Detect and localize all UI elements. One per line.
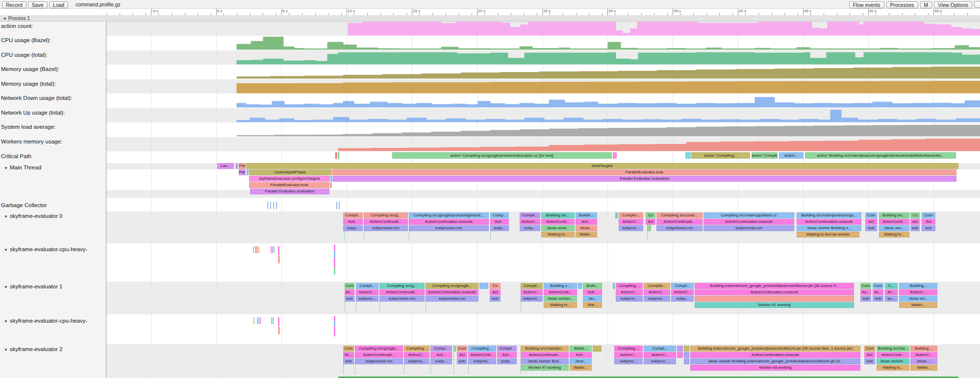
cpu-heavy-tick[interactable] bbox=[334, 258, 335, 267]
evaluator-bar-actionc-[interactable]: ActionC... bbox=[521, 289, 543, 295]
evaluator-bar-javac-worker-[interactable]: Javac worker... bbox=[544, 296, 577, 302]
evaluator-bar-waiting-to-[interactable]: Waiting to... bbox=[879, 232, 909, 237]
main-thread-bar-runanalysisphase[interactable]: runAnalysisPhase bbox=[249, 169, 331, 175]
evaluator-bar[interactable] bbox=[578, 283, 582, 289]
evaluator-bar-waitin-[interactable]: Waitin... bbox=[576, 232, 597, 237]
counter-chart-memory-usage-bazel[interactable] bbox=[0, 65, 980, 79]
track-label-main-thread[interactable]: ▼Main Thread bbox=[4, 165, 41, 170]
evaluator-bar-ac-[interactable]: Ac... bbox=[873, 289, 883, 295]
cpu-heavy-tick[interactable] bbox=[253, 317, 254, 324]
evaluator-bar-sub[interactable]: sub bbox=[910, 225, 920, 231]
gc-tick[interactable] bbox=[270, 202, 271, 209]
evaluator-bar-actionc-[interactable]: ActionC... bbox=[520, 219, 540, 225]
evaluator-bar[interactable] bbox=[593, 346, 602, 352]
evaluator-bar-act[interactable]: Act bbox=[864, 352, 875, 358]
critical-path-bar-action-compiling-src-go[interactable]: action 'Compiling src/google/protobuf/de… bbox=[392, 152, 612, 159]
evaluator-bar-act[interactable]: Act bbox=[865, 219, 877, 225]
main-thread-bar-parallelevaluator-eval[interactable]: ParallelEvaluator.eval bbox=[332, 169, 956, 175]
evaluator-bar-compil-[interactable]: Compil... bbox=[497, 346, 517, 352]
main-thread-bar-parallel-evaluator-evalu[interactable]: Parallel Evaluator evaluation bbox=[250, 189, 329, 194]
evaluator-bar-compiling-src-core-[interactable]: Compiling src/core/... bbox=[656, 213, 703, 218]
cpu-heavy-tick[interactable] bbox=[258, 246, 259, 253]
critical-path-bar-action-compiling-[interactable]: action 'Compiling... bbox=[691, 152, 750, 159]
track-label-evaluator-2[interactable]: ▼skyframe-evaluator 1 bbox=[4, 284, 62, 289]
evaluator-bar-buildi-[interactable]: Buildi... bbox=[570, 346, 592, 352]
track-label-evaluator-1[interactable]: ▼skyframe-evaluator-cpu-heavy- bbox=[4, 246, 87, 252]
evaluator-bar-acti-[interactable]: Acti... bbox=[570, 352, 592, 358]
evaluator-bar-acti-[interactable]: Acti... bbox=[497, 352, 517, 358]
evaluator-bar-acti-[interactable]: Acti... bbox=[430, 352, 452, 358]
evaluator-bar-worker-1-working[interactable]: Worker #1 working bbox=[695, 302, 854, 308]
evaluator-bar-subprocess-run[interactable]: subprocess.run bbox=[704, 225, 794, 231]
toolbar-button-save[interactable]: Save bbox=[28, 1, 48, 8]
cpu-heavy-tick[interactable] bbox=[334, 327, 335, 336]
evaluator-bar-act[interactable]: Act bbox=[910, 219, 920, 225]
evaluator-bar-building-s-[interactable]: Building s... bbox=[544, 283, 577, 289]
evaluator-bar[interactable] bbox=[647, 225, 651, 231]
evaluator-bar[interactable] bbox=[479, 283, 488, 289]
evaluator-bar-com[interactable]: Com bbox=[873, 283, 883, 289]
evaluator-bar-subprocess-run[interactable]: subprocess.run bbox=[656, 225, 703, 231]
evaluator-bar-buildin-[interactable]: Buildin... bbox=[576, 213, 597, 218]
evaluator-bar-subproc-[interactable]: subproc... bbox=[616, 296, 643, 302]
track-label-evaluator-4[interactable]: ▼skyframe-evaluator 2 bbox=[4, 346, 62, 352]
critical-path-bar-action-compili-[interactable]: action 'Compili... bbox=[752, 152, 778, 159]
evaluator-bar-sub[interactable]: sub bbox=[345, 296, 354, 302]
evaluator-bar-building-external-com-go[interactable]: Building external/com_google_protobuf/ja… bbox=[690, 346, 860, 352]
evaluator-bar-subproc-[interactable]: subproc... bbox=[644, 358, 676, 364]
main-thread-bar-par[interactable]: Par bbox=[239, 169, 246, 175]
gc-tick[interactable] bbox=[339, 202, 340, 209]
toolbar-button-processes[interactable]: Processes bbox=[886, 1, 918, 8]
evaluator-bar-javac-worker-buil-[interactable]: Javac worker Buil... bbox=[521, 358, 569, 364]
process-header[interactable]: ▼ Process 1 bbox=[0, 15, 980, 22]
evaluator-bar-waiting-to-[interactable]: Waiting to... bbox=[541, 232, 575, 237]
track-label-evaluator-0[interactable]: ▼skyframe-evaluator 0 bbox=[4, 213, 62, 219]
evaluator-bar-comp-[interactable]: Comp... bbox=[490, 213, 509, 218]
evaluator-bar-actionc-[interactable]: ActionC... bbox=[619, 219, 643, 225]
evaluator-bar-actionconti-[interactable]: ActionConti... bbox=[541, 219, 575, 225]
evaluator-bar-compiling-src-main-cpp-b[interactable]: Compiling src/main/cpp/blaze.cc bbox=[704, 213, 794, 218]
cpu-heavy-tick[interactable] bbox=[255, 246, 256, 253]
evaluator-bar-acti-[interactable]: Acti... bbox=[490, 219, 509, 225]
evaluator-bar-actioncontinuati-[interactable]: ActionContinuati... bbox=[355, 352, 403, 358]
evaluator-bar-subp-[interactable]: subp... bbox=[497, 358, 517, 364]
evaluator-bar-actioncontinuation-execu[interactable]: ActionContinuation.execute bbox=[690, 352, 860, 358]
cpu-heavy-tick[interactable] bbox=[272, 246, 273, 253]
evaluator-bar-subproc-[interactable]: subproc... bbox=[521, 296, 543, 302]
evaluator-bar-co[interactable]: Co bbox=[490, 283, 501, 289]
evaluator-bar-com[interactable]: Com bbox=[865, 213, 877, 218]
toolbar-button-load[interactable]: Load bbox=[49, 1, 68, 8]
evaluator-bar-actioncontinuation-execu[interactable]: ActionContinuation.execute bbox=[409, 219, 489, 225]
evaluator-bar-subp-[interactable]: subp... bbox=[671, 296, 694, 302]
counter-chart-action-count[interactable] bbox=[0, 22, 980, 36]
evaluator-bar-compil-[interactable]: Compil... bbox=[644, 346, 676, 352]
evaluator-bar-actionc-[interactable]: ActionC... bbox=[356, 289, 378, 295]
main-thread-bar[interactable] bbox=[236, 163, 238, 169]
gc-tick[interactable] bbox=[276, 202, 277, 209]
evaluator-bar-actionc-[interactable]: ActionC... bbox=[644, 289, 670, 295]
evaluator-bar-compil-[interactable]: Compil... bbox=[671, 283, 694, 289]
counter-chart-workers-memory-usage[interactable] bbox=[0, 137, 980, 151]
evaluator-bar-building-src-main-java-c[interactable]: Building src/main/java/com/go... bbox=[797, 213, 861, 218]
critical-path-bar-action-[interactable]: action... bbox=[779, 152, 804, 159]
evaluator-bar-compiling-[interactable]: Compiling... bbox=[404, 346, 429, 352]
evaluator-bar-compil-[interactable]: Compil... bbox=[356, 283, 378, 289]
evaluator-bar-actioncontinuati-[interactable]: ActionContinuati... bbox=[379, 289, 425, 295]
evaluator-bar-building-[interactable]: Building... bbox=[899, 283, 937, 289]
evaluator-bar-building-[interactable]: Building ... bbox=[910, 346, 937, 352]
toolbar-button-flow-events[interactable]: Flow events bbox=[849, 1, 884, 8]
evaluator-bar-waitin-[interactable]: Waitin... bbox=[570, 365, 592, 371]
evaluator-bar-subproc-[interactable]: subproc... bbox=[356, 296, 378, 302]
evaluator-bar-sub[interactable]: sub bbox=[860, 296, 871, 302]
evaluator-bar-actioncontinuati-[interactable]: ActionContinuati... bbox=[364, 219, 408, 225]
evaluator-bar-subproc-[interactable]: subproc... bbox=[619, 225, 643, 231]
evaluator-bar-act[interactable]: Act bbox=[457, 352, 467, 358]
evaluator-bar-acti-[interactable]: Acti... bbox=[576, 219, 597, 225]
evaluator-bar[interactable] bbox=[684, 346, 689, 352]
evaluator-bar-acti-[interactable]: Acti... bbox=[343, 219, 363, 225]
toolbar-button-m[interactable]: M bbox=[920, 1, 932, 8]
track-label-evaluator-3[interactable]: ▼skyframe-evaluator-cpu-heavy- bbox=[4, 318, 87, 324]
evaluator-bar-javac-worker-building-ex[interactable]: Javac worker Building external/com_googl… bbox=[690, 358, 860, 364]
evaluator-bar-act[interactable]: Act bbox=[922, 219, 935, 225]
evaluator-bar-compil-[interactable]: Compil... bbox=[520, 213, 540, 218]
